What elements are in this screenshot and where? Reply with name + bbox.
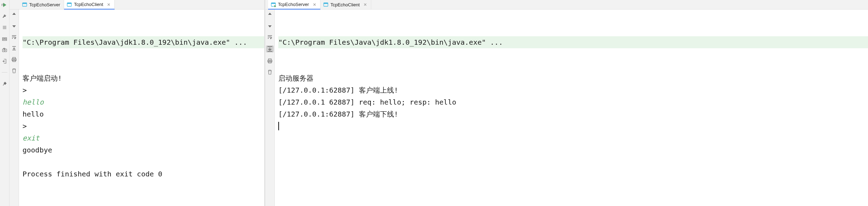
tab-label: TcpEchoClient <box>74 2 103 7</box>
svg-rect-3 <box>2 39 7 40</box>
tab-label: TcpEchoServer <box>29 2 60 7</box>
cursor <box>278 122 279 130</box>
right-tabs: TcpEchoServer TcpEchoClient <box>265 0 868 10</box>
application-icon <box>323 2 328 7</box>
console-line: 启动服务器 <box>278 72 868 84</box>
console-cursor-line <box>278 120 868 132</box>
svg-rect-4 <box>2 49 7 52</box>
right-console[interactable]: "C:\Program Files\Java\jdk1.8.0_192\bin\… <box>275 10 868 206</box>
console-line: exit <box>23 132 264 144</box>
tab-tcpechoclient-right[interactable]: TcpEchoClient <box>321 0 371 10</box>
tab-tcpechoserver-left[interactable]: TcpEchoServer <box>19 0 64 10</box>
svg-rect-18 <box>324 3 328 4</box>
svg-rect-19 <box>268 59 271 60</box>
close-icon[interactable] <box>312 2 317 7</box>
console-line: hello <box>23 96 264 108</box>
svg-rect-11 <box>67 3 71 4</box>
left-console-gutter <box>9 10 19 206</box>
print-icon[interactable] <box>11 57 17 62</box>
run-toolwindow-gutter <box>0 0 9 206</box>
tab-tcpechoclient-left[interactable]: TcpEchoClient <box>64 0 115 10</box>
left-run-panel: n: TcpEchoServer TcpEchoClient <box>9 0 264 206</box>
wrap-icon[interactable] <box>267 34 273 40</box>
svg-rect-7 <box>2 72 7 73</box>
console-line: 客户端启动! <box>23 72 264 84</box>
left-tabs: n: TcpEchoServer TcpEchoClient <box>9 0 264 10</box>
right-console-wrap: "C:\Program Files\Java\jdk1.8.0_192\bin\… <box>265 10 868 206</box>
left-console-wrap: "C:\Program Files\Java\jdk1.8.0_192\bin\… <box>9 10 264 206</box>
tab-tcpechoserver-right[interactable]: TcpEchoServer <box>268 0 321 10</box>
trash-icon[interactable] <box>267 69 273 75</box>
print-icon[interactable] <box>267 58 273 64</box>
stop-icon[interactable] <box>2 25 7 30</box>
tab-label: TcpEchoServer <box>278 2 309 7</box>
svg-rect-12 <box>13 57 15 59</box>
console-line <box>23 156 264 168</box>
application-icon <box>22 2 27 7</box>
scroll-end-icon[interactable] <box>266 45 274 52</box>
scroll-end-icon[interactable] <box>11 45 17 51</box>
console-line: [/127.0.0.1 62887] req: hello; resp: hel… <box>278 96 868 108</box>
running-indicator-icon <box>274 5 276 7</box>
up-arrow-icon[interactable] <box>267 12 273 17</box>
svg-rect-2 <box>5 38 7 39</box>
up-arrow-icon[interactable] <box>11 12 17 17</box>
application-icon <box>271 2 276 7</box>
console-line: > <box>23 120 264 132</box>
down-arrow-icon[interactable] <box>267 23 273 29</box>
close-icon[interactable] <box>107 2 111 7</box>
svg-rect-16 <box>271 3 275 4</box>
svg-rect-9 <box>23 3 27 4</box>
console-command-line: "C:\Program Files\Java\jdk1.8.0_192\bin\… <box>23 36 264 48</box>
console-line: > <box>23 84 264 96</box>
left-console[interactable]: "C:\Program Files\Java\jdk1.8.0_192\bin\… <box>19 10 264 206</box>
console-line: [/127.0.0.1:62887] 客户端上线! <box>278 84 868 96</box>
svg-rect-1 <box>2 38 4 39</box>
tab-label: TcpEchoClient <box>330 2 360 7</box>
console-line: hello <box>23 108 264 120</box>
svg-point-5 <box>4 50 5 51</box>
wrench-icon[interactable] <box>2 13 7 19</box>
svg-rect-0 <box>3 26 6 29</box>
svg-rect-6 <box>4 48 5 49</box>
pin-icon[interactable] <box>2 81 7 87</box>
right-console-gutter <box>265 10 275 206</box>
down-arrow-icon[interactable] <box>11 23 17 29</box>
wrap-icon[interactable] <box>11 34 17 40</box>
console-line: Process finished with exit code 0 <box>23 168 264 180</box>
right-run-panel: TcpEchoServer TcpEchoClient <box>265 0 868 206</box>
trash-icon[interactable] <box>11 68 17 74</box>
camera-icon[interactable] <box>2 47 7 53</box>
console-command-line: "C:\Program Files\Java\jdk1.8.0_192\bin\… <box>278 36 868 48</box>
close-icon[interactable] <box>363 2 367 7</box>
console-line: goodbye <box>23 144 264 156</box>
exit-icon[interactable] <box>2 58 7 64</box>
run-label: n: <box>1 2 5 7</box>
console-line: [/127.0.0.1:62887] 客户端下线! <box>278 108 868 120</box>
layout-icon[interactable] <box>2 36 7 42</box>
application-icon <box>67 2 72 7</box>
separator-icon <box>2 70 7 75</box>
